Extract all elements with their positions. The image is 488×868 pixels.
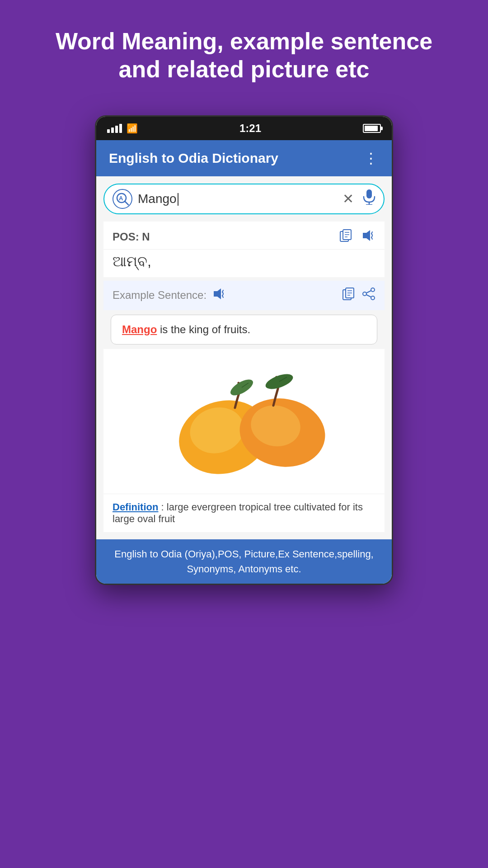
svg-marker-11	[363, 230, 370, 241]
mango-image	[113, 358, 375, 485]
share-example-icon[interactable]	[362, 287, 375, 304]
odia-translation: ଆମ୍ବ,	[113, 253, 151, 269]
volume-example-icon[interactable]	[213, 288, 226, 303]
status-bar: 📶 1:21	[96, 117, 392, 140]
sentence-rest: is the king of fruits.	[160, 323, 250, 335]
svg-line-12	[371, 232, 372, 234]
pos-row: POS: N	[103, 222, 385, 250]
svg-line-25	[366, 291, 371, 293]
svg-text:A: A	[119, 195, 123, 202]
svg-rect-3	[366, 189, 372, 198]
bottom-bar-text: English to Odia (Oriya),POS, Picture,Ex …	[114, 548, 373, 575]
mic-icon[interactable]	[363, 189, 375, 208]
pos-icons	[339, 229, 375, 245]
app-title: English to Odia Dictionary	[109, 151, 278, 166]
sentence-word: Mango	[122, 323, 157, 335]
search-input[interactable]: Mango	[138, 192, 337, 206]
clear-search-icon[interactable]: ✕	[343, 191, 354, 207]
signal-icon	[107, 124, 122, 133]
sentence-box: Mango is the king of fruits.	[111, 315, 377, 344]
more-options-icon[interactable]: ⋮	[364, 150, 379, 167]
svg-line-1	[125, 201, 128, 205]
volume-pos-icon[interactable]	[361, 229, 375, 245]
battery-icon	[363, 124, 381, 133]
definition-label[interactable]: Definition	[113, 501, 158, 513]
definition-row: Definition : large evergreen tropical tr…	[103, 494, 385, 532]
svg-point-23	[371, 296, 375, 300]
svg-line-15	[222, 290, 223, 292]
bottom-bar: English to Odia (Oriya),POS, Picture,Ex …	[96, 539, 392, 584]
svg-line-16	[222, 296, 223, 297]
wifi-icon: 📶	[127, 123, 138, 134]
svg-point-24	[363, 292, 366, 296]
svg-line-13	[371, 237, 372, 239]
app-bar: English to Odia Dictionary ⋮	[96, 140, 392, 176]
app-content: A Mango ✕ POS: N	[96, 176, 392, 539]
translation-row: ଆମ୍ବ,	[103, 250, 385, 277]
svg-marker-14	[214, 288, 221, 299]
pos-label: POS: N	[113, 231, 150, 243]
status-left: 📶	[107, 123, 138, 134]
example-label: Example Sentence:	[113, 289, 206, 302]
copy-example-icon[interactable]	[342, 287, 355, 304]
status-time: 1:21	[239, 122, 261, 135]
page-header-title: Word Meaning, example sentence and relat…	[0, 0, 488, 102]
phone-mockup: 📶 1:21 English to Odia Dictionary ⋮ A Ma…	[95, 115, 393, 585]
svg-point-22	[371, 288, 375, 292]
copy-pos-icon[interactable]	[339, 229, 352, 245]
mango-image-area	[103, 349, 385, 494]
example-icons	[342, 287, 375, 304]
search-circle-icon: A	[113, 189, 132, 209]
search-bar[interactable]: A Mango ✕	[103, 184, 385, 214]
svg-line-26	[366, 295, 371, 297]
example-row: Example Sentence:	[103, 281, 385, 310]
